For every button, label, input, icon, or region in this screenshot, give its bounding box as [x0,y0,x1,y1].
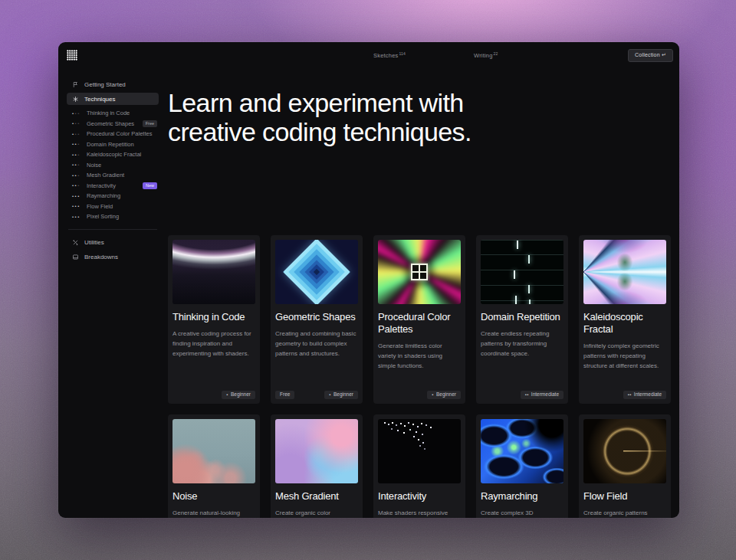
writing-count: 22 [494,51,498,56]
thumbnail-interactivity [378,419,461,483]
flag-icon [72,81,79,88]
nav-sketches[interactable]: Sketches114 [373,42,406,68]
difficulty-dots: ••• [72,152,82,157]
sidebar-item-breakdowns[interactable]: Breakdowns [67,251,159,264]
sparkle-icon [72,96,79,103]
difficulty-dots: ••• [72,111,82,116]
card-procedural-color-palettes[interactable]: Procedural Color Palettes Generate limit… [373,235,465,404]
level-badge: •Beginner [324,391,358,400]
page-title: Learn and experiment with creative codin… [168,88,555,146]
level-badge: •Beginner [427,391,461,400]
nav-writing[interactable]: Writing22 [474,42,498,68]
card-interactivity[interactable]: Interactivity Make shaders responsive [373,414,465,518]
sidebar-item-mesh-gradient[interactable]: ••• Mesh Gradient [67,170,159,181]
thumbnail-thinking-in-code [172,240,255,304]
sidebar-item-raymarching[interactable]: ••• Raymarching [67,191,159,201]
sidebar-item-geometric-shapes[interactable]: ••• Geometric Shapes Free [67,119,159,129]
sidebar-item-noise[interactable]: ••• Noise [67,160,159,171]
sidebar-item-utilities[interactable]: Utilities [67,237,159,249]
collection-button[interactable]: Collection ↵ [628,49,673,62]
sidebar-item-thinking-in-code[interactable]: ••• Thinking in Code [67,108,159,119]
app-window: Sketches114 Writing22 Collection ↵ Getti… [58,42,679,518]
difficulty-dots: ••• [72,173,82,178]
card-geometric-shapes[interactable]: Geometric Shapes Creating and combining … [271,235,363,404]
topbar: Sketches114 Writing22 Collection ↵ [58,42,679,68]
thumbnail-domain-repetition [481,240,564,304]
level-badge: ••Intermediate [521,391,564,400]
difficulty-dots: ••• [72,183,82,188]
sidebar-item-flow-field[interactable]: ••• Flow Field [67,201,159,212]
free-badge: Free [275,391,294,400]
thumbnail-kaleidoscopic-fractal [583,240,666,304]
level-badge: ••Intermediate [623,391,666,400]
card-kaleidoscopic-fractal[interactable]: Kaleidoscopic Fractal Infinitely complex… [579,235,671,404]
card-mesh-gradient[interactable]: Mesh Gradient Create organic color [271,414,363,518]
difficulty-dots: ••• [72,215,82,219]
tools-icon [72,239,79,246]
thumbnail-raymarching [481,419,564,483]
sidebar-item-getting-started[interactable]: Getting Started [67,78,159,90]
thumbnail-flow-field [583,419,666,483]
card-domain-repetition[interactable]: Domain Repetition Create endless repeati… [476,235,568,404]
sidebar-item-domain-repetition[interactable]: ••• Domain Repetition [67,139,159,150]
difficulty-dots: ••• [72,162,82,167]
sidebar: Getting Started Techniques ••• Thinking … [58,68,159,266]
thumbnail-geometric-shapes [275,240,358,304]
frame-icon [72,254,79,260]
level-badge: •Beginner [222,391,255,400]
difficulty-dots: ••• [72,194,82,198]
difficulty-dots: ••• [72,142,82,146]
app-logo-icon[interactable] [67,50,77,61]
new-badge: New [143,182,157,189]
sidebar-item-interactivity[interactable]: ••• Interactivity New [67,181,159,192]
cards-row-1: Thinking in Code A creative coding proce… [168,235,671,404]
thumbnail-procedural-color-palettes [378,240,461,304]
card-raymarching[interactable]: Raymarching Create complex 3D [476,414,568,518]
card-thinking-in-code[interactable]: Thinking in Code A creative coding proce… [168,235,260,404]
main-content: Learn and experiment with creative codin… [159,68,671,518]
thumbnail-noise [172,419,255,483]
cards-row-2: Noise Generate natural-looking Mesh Grad… [168,414,671,518]
thumbnail-mesh-gradient [275,419,358,483]
techniques-list: ••• Thinking in Code ••• Geometric Shape… [67,108,159,222]
card-flow-field[interactable]: Flow Field Create organic patterns [579,414,671,518]
free-badge: Free [143,120,157,127]
difficulty-dots: ••• [72,132,82,136]
desktop-backdrop: Sketches114 Writing22 Collection ↵ Getti… [0,0,736,560]
sidebar-item-procedural-color-palettes[interactable]: ••• Procedural Color Palettes [67,129,159,139]
sketches-count: 114 [399,51,406,56]
sidebar-divider [68,229,157,230]
card-noise[interactable]: Noise Generate natural-looking [168,414,260,518]
sidebar-item-techniques[interactable]: Techniques [67,93,159,105]
difficulty-dots: ••• [72,121,82,126]
sidebar-item-kaleidoscopic-fractal[interactable]: ••• Kaleidoscopic Fractal [67,149,159,160]
difficulty-dots: ••• [72,204,82,208]
sidebar-item-pixel-sorting[interactable]: ••• Pixel Sorting [67,211,159,222]
